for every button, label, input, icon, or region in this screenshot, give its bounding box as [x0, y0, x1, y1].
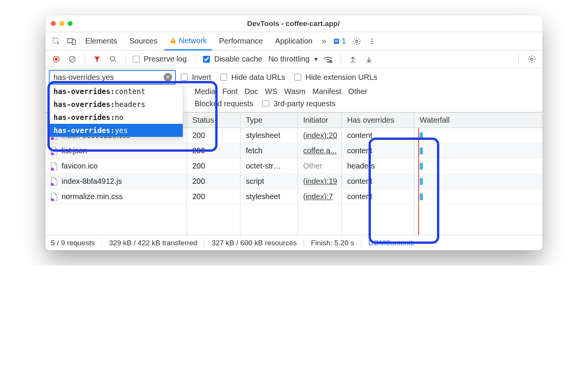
- file-icon: [51, 147, 58, 155]
- table-row[interactable]: index-8bfa4912.js200script(index):19cont…: [45, 174, 543, 189]
- panel-tabs: Elements Sources Network Performance App…: [45, 32, 543, 50]
- status-bar: 5 / 9 requests 329 kB / 422 kB transferr…: [45, 235, 543, 250]
- type-filter-chip[interactable]: Media: [195, 87, 215, 96]
- download-har-icon[interactable]: [362, 52, 376, 66]
- search-icon[interactable]: [106, 52, 120, 66]
- table-row[interactable]: normalize.min.css200stylesheet(index):7c…: [45, 189, 543, 204]
- svg-point-8: [356, 40, 358, 42]
- kebab-menu-icon[interactable]: [365, 34, 379, 48]
- svg-point-11: [371, 43, 372, 44]
- svg-rect-2: [72, 40, 75, 44]
- svg-rect-3: [173, 40, 174, 42]
- tab-network[interactable]: Network: [164, 32, 212, 50]
- close-window-button[interactable]: [51, 21, 56, 26]
- third-party-checkbox[interactable]: 3rd-party requests: [261, 99, 335, 108]
- issues-badge[interactable]: 1: [333, 37, 346, 45]
- filter-input[interactable]: [53, 73, 164, 82]
- col-waterfall[interactable]: Waterfall: [414, 113, 543, 128]
- autocomplete-item[interactable]: has-overrides:headers: [50, 98, 183, 111]
- device-toggle-icon[interactable]: [65, 34, 78, 48]
- autocomplete-item[interactable]: has-overrides:content: [50, 85, 183, 98]
- svg-rect-13: [55, 58, 58, 60]
- file-icon: [51, 162, 58, 170]
- status-dcl: DOMContentL: [368, 239, 414, 247]
- window-title: DevTools - coffee-cart.app/: [73, 19, 514, 28]
- preserve-log-checkbox[interactable]: Preserve log: [131, 55, 187, 64]
- svg-point-10: [371, 41, 372, 42]
- type-filter-chip[interactable]: Wasm: [284, 87, 305, 96]
- upload-har-icon[interactable]: [346, 52, 360, 66]
- svg-rect-4: [173, 42, 174, 43]
- panel-settings-icon[interactable]: [525, 52, 539, 66]
- tab-application[interactable]: Application: [270, 32, 318, 50]
- file-icon: [51, 177, 58, 186]
- warning-icon: [170, 37, 177, 44]
- blocked-requests-checkbox[interactable]: Blocked requests: [195, 99, 253, 108]
- clear-button[interactable]: [65, 52, 79, 66]
- tab-performance[interactable]: Performance: [214, 32, 268, 50]
- svg-point-16: [110, 56, 115, 61]
- maximize-window-button[interactable]: [68, 21, 73, 26]
- network-conditions-icon[interactable]: [321, 52, 335, 66]
- svg-rect-6: [335, 40, 338, 41]
- clear-filter-icon[interactable]: ✕: [164, 73, 172, 81]
- type-filter-chip[interactable]: Doc: [245, 87, 258, 96]
- autocomplete-item[interactable]: has-overrides:yes: [50, 124, 183, 137]
- svg-point-18: [327, 61, 328, 62]
- status-resources: 327 kB / 600 kB resources: [211, 239, 297, 247]
- type-filter-chip[interactable]: Manifest: [312, 87, 341, 96]
- disable-cache-checkbox[interactable]: Disable cache: [201, 55, 262, 64]
- col-has-overrides[interactable]: Has overrides: [342, 113, 414, 128]
- col-type[interactable]: Type: [240, 113, 298, 128]
- minimize-window-button[interactable]: [59, 21, 64, 26]
- filter-icon[interactable]: [90, 52, 104, 66]
- table-row[interactable]: favicon.ico200octet-str…Otherheaders: [45, 159, 543, 174]
- status-transferred: 329 kB / 422 kB transferred: [109, 239, 197, 247]
- settings-icon[interactable]: [350, 34, 364, 48]
- filter-bar: ✕ has-overrides:contenthas-overrides:hea…: [45, 68, 543, 86]
- svg-point-21: [531, 58, 533, 60]
- table-body: index-b859522e.css200stylesheet(index):2…: [45, 128, 543, 235]
- hide-extension-urls-checkbox[interactable]: Hide extension URLs: [293, 73, 377, 82]
- network-toolbar: Preserve log Disable cache No throttling…: [45, 50, 543, 68]
- tab-sources[interactable]: Sources: [124, 32, 162, 50]
- autocomplete-dropdown: has-overrides:contenthas-overrides:heade…: [49, 84, 183, 137]
- svg-line-15: [70, 57, 74, 61]
- window-controls: [51, 21, 73, 26]
- inspect-icon[interactable]: [49, 34, 63, 48]
- svg-point-20: [330, 61, 331, 62]
- throttling-select[interactable]: No throttling ▼: [268, 55, 319, 63]
- col-status[interactable]: Status: [187, 113, 240, 128]
- type-filter-chip[interactable]: Other: [348, 87, 367, 96]
- more-tabs-icon[interactable]: »: [322, 36, 326, 46]
- file-icon: [51, 193, 58, 201]
- svg-point-9: [371, 38, 372, 39]
- invert-checkbox[interactable]: Invert: [179, 73, 211, 82]
- autocomplete-item[interactable]: has-overrides:no: [50, 111, 183, 124]
- hide-data-urls-checkbox[interactable]: Hide data URLs: [219, 73, 285, 82]
- status-finish: Finish: 5.20 s: [311, 239, 354, 247]
- col-initiator[interactable]: Initiator: [298, 113, 342, 128]
- devtools-window: DevTools - coffee-cart.app/ Elements Sou…: [45, 15, 543, 250]
- table-row[interactable]: list.json200fetchcoffee.a...content: [45, 143, 543, 159]
- status-requests: 5 / 9 requests: [51, 239, 95, 247]
- type-filter-chip[interactable]: Font: [222, 87, 237, 96]
- record-button[interactable]: [49, 52, 63, 66]
- titlebar: DevTools - coffee-cart.app/: [45, 15, 543, 32]
- svg-rect-7: [335, 41, 338, 42]
- type-filter-chip[interactable]: WS: [265, 87, 277, 96]
- tab-elements[interactable]: Elements: [80, 32, 122, 50]
- filter-input-wrapper: ✕ has-overrides:contenthas-overrides:hea…: [49, 70, 175, 84]
- svg-line-17: [114, 60, 116, 62]
